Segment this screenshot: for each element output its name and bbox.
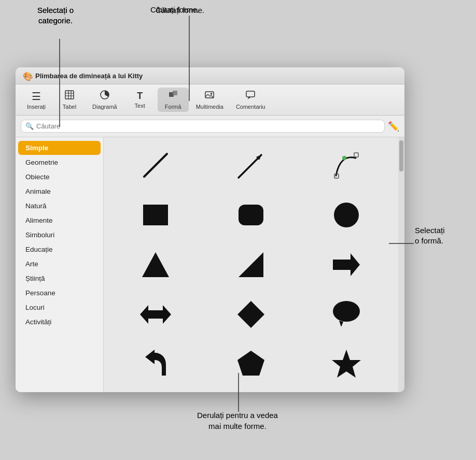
inserati-icon: ☰: [32, 90, 41, 103]
svg-point-19: [334, 203, 359, 227]
comentariu-icon: [245, 90, 256, 103]
scrollbar-track[interactable]: [398, 137, 404, 392]
shape-circle[interactable]: [304, 194, 389, 236]
svg-rect-18: [239, 205, 263, 225]
search-input-wrapper[interactable]: 🔍: [21, 120, 385, 133]
shapes-grid-area: [104, 137, 398, 392]
shape-rounded-arrow-left[interactable]: [113, 343, 198, 385]
toolbar: ☰ Inserați Tabel Diag: [16, 84, 404, 116]
svg-point-25: [333, 301, 360, 322]
annotation-search-shapes-text: Căutați forme.: [150, 5, 199, 14]
svg-point-9: [211, 93, 213, 95]
text-icon: T: [137, 91, 143, 102]
toolbar-inserati[interactable]: ☰ Inserați: [21, 88, 52, 112]
svg-line-11: [144, 154, 167, 177]
search-icon: 🔍: [25, 122, 34, 130]
shape-double-arrow[interactable]: [113, 294, 198, 335]
sidebar-item-persoane[interactable]: Persoane: [18, 286, 101, 300]
sidebar-item-geometrie[interactable]: Geometrie: [18, 155, 101, 169]
sidebar-item-activitati[interactable]: Activități: [18, 315, 101, 329]
svg-point-16: [342, 156, 346, 160]
titlebar-title: Plimbarea de dimineață a lui Kitty: [35, 72, 143, 80]
sidebar-item-obiecte[interactable]: Obiecte: [18, 170, 101, 184]
sidebar-item-locuri[interactable]: Locuri: [18, 300, 101, 314]
svg-marker-28: [332, 350, 361, 378]
svg-marker-24: [237, 301, 264, 328]
toolbar-comentariu[interactable]: Comentariu: [231, 88, 271, 112]
tabel-label: Tabel: [63, 104, 76, 110]
titlebar: 🎨 Plimbarea de dimineață a lui Kitty: [16, 67, 404, 84]
shape-triangle[interactable]: [113, 244, 198, 285]
inserati-label: Inserați: [27, 104, 46, 110]
toolbar-diagrama[interactable]: Diagramă: [87, 88, 122, 112]
shape-line-diagonal[interactable]: [113, 145, 198, 186]
text-label: Text: [135, 103, 145, 109]
shape-star[interactable]: [304, 343, 389, 385]
shape-rectangle[interactable]: [113, 194, 198, 236]
shapes-grid: [111, 142, 391, 387]
svg-marker-27: [237, 351, 264, 376]
panel-wrapper: 🔍 ✏️ Simple Geometrie Obiecte Animale: [16, 116, 404, 392]
shape-rounded-rect[interactable]: [208, 194, 293, 236]
multimedia-icon: [204, 90, 215, 103]
sidebar-item-natura[interactable]: Natură: [18, 199, 101, 213]
svg-rect-17: [143, 205, 168, 225]
shapes-panel-window: 🎨 Plimbarea de dimineață a lui Kitty ☰ I…: [16, 67, 404, 392]
shape-arrow-right[interactable]: [304, 244, 389, 285]
diagrama-label: Diagramă: [92, 104, 117, 110]
titlebar-icon: 🎨: [23, 71, 31, 80]
diagrama-icon: [100, 90, 110, 103]
shape-pentagon[interactable]: [208, 343, 293, 385]
toolbar-forma[interactable]: Formă: [158, 88, 189, 112]
sidebar-item-simple[interactable]: Simple: [18, 141, 101, 155]
sidebar-item-educatie[interactable]: Educație: [18, 242, 101, 256]
forma-icon: [168, 90, 178, 103]
shape-diamond[interactable]: [208, 294, 293, 335]
svg-marker-21: [239, 252, 263, 277]
svg-rect-14: [354, 153, 358, 157]
annotation-scroll-text: Derulați pentru a vedeamai multe forme.: [197, 410, 278, 432]
categories-sidebar: Simple Geometrie Obiecte Animale Natură …: [16, 137, 104, 392]
svg-marker-22: [333, 253, 360, 276]
search-bar: 🔍 ✏️: [16, 116, 404, 137]
annotation-select-shape-text: Selectațio formă.: [415, 225, 445, 247]
toolbar-multimedia[interactable]: Multimedia: [191, 88, 229, 112]
multimedia-label: Multimedia: [196, 104, 223, 110]
tabel-icon: [64, 90, 75, 103]
shape-speech-bubble[interactable]: [304, 294, 389, 335]
sidebar-item-stiinta[interactable]: Știință: [18, 271, 101, 285]
panel-content: Simple Geometrie Obiecte Animale Natură …: [16, 137, 404, 392]
toolbar-tabel[interactable]: Tabel: [54, 88, 85, 112]
shape-curve[interactable]: [304, 145, 389, 186]
scrollbar-thumb[interactable]: [399, 140, 403, 171]
sidebar-item-alimente[interactable]: Alimente: [18, 213, 101, 227]
sidebar-item-simboluri[interactable]: Simboluri: [18, 228, 101, 242]
annotation-select-category-text: Selectați ocategorie.: [37, 5, 74, 26]
shape-right-triangle[interactable]: [208, 244, 293, 285]
sidebar-item-arte[interactable]: Arte: [18, 257, 101, 271]
svg-marker-26: [339, 321, 343, 327]
search-input[interactable]: [36, 122, 380, 130]
comentariu-label: Comentariu: [236, 104, 265, 110]
edit-shapes-icon[interactable]: ✏️: [388, 121, 399, 132]
sidebar-item-animale[interactable]: Animale: [18, 184, 101, 198]
shape-line-arrow[interactable]: [208, 145, 293, 186]
svg-rect-7: [173, 91, 177, 95]
toolbar-text[interactable]: T Text: [124, 89, 156, 111]
svg-marker-23: [140, 305, 171, 324]
svg-rect-0: [65, 91, 74, 99]
forma-label: Formă: [165, 104, 181, 110]
svg-rect-10: [246, 91, 255, 97]
svg-marker-20: [142, 252, 169, 277]
